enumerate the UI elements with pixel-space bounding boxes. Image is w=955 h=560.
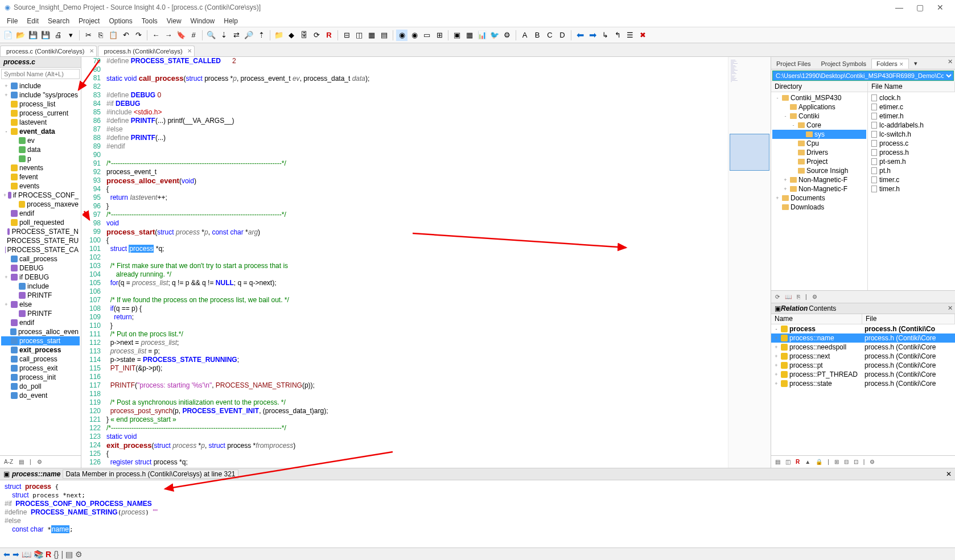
rel-view2-icon[interactable]: ◫ <box>784 458 792 466</box>
relation-item[interactable]: +process::needspollprocess.h (Contiki\Co… <box>771 343 955 352</box>
misc-icon[interactable]: ▣ <box>451 30 463 41</box>
dir-item[interactable]: +Non-Magnetic-F <box>772 175 866 184</box>
gear-icon[interactable]: ⚙ <box>810 293 819 300</box>
undo-icon[interactable]: ↶ <box>120 30 131 41</box>
dir-item[interactable]: +Non-Magnetic-F <box>772 184 866 193</box>
symbol-item[interactable]: PRINTF <box>1 309 80 318</box>
symbol-item[interactable]: call_process <box>1 355 80 364</box>
gear-icon[interactable]: ⚙ <box>35 458 44 466</box>
menu-tools[interactable]: Tools <box>137 16 162 26</box>
tab-close-icon[interactable]: ✕ <box>187 48 192 54</box>
filter-icon[interactable]: ▤ <box>17 458 26 466</box>
symbol-item[interactable]: PROCESS_STATE_N <box>1 227 80 236</box>
gear-icon[interactable]: ⚙ <box>501 30 513 41</box>
directory-tree[interactable]: -Contiki_MSP430Applications-Contiki-Core… <box>771 92 868 290</box>
symbol-item[interactable]: process_start <box>1 336 80 345</box>
dir-item[interactable]: -Core <box>772 121 866 130</box>
split-v-icon[interactable]: ◫ <box>353 30 365 41</box>
panel-4-icon[interactable]: ⊞ <box>434 30 445 41</box>
close-button[interactable]: ✕ <box>930 3 950 12</box>
nav-fwd-icon[interactable]: → <box>163 30 174 41</box>
symbol-item[interactable]: process_current <box>1 109 80 118</box>
dir-item[interactable]: -Contiki <box>772 112 866 121</box>
arrow-right-icon[interactable]: ➡ <box>587 30 598 41</box>
text-c-icon[interactable]: C <box>544 30 555 41</box>
menu-help[interactable]: Help <box>219 16 242 26</box>
save-all-icon[interactable]: 💾 <box>40 30 51 41</box>
rel-collapse-icon[interactable]: ⊟ <box>842 458 850 466</box>
goto-line-icon[interactable]: # <box>188 30 199 41</box>
symbol-tree[interactable]: +include +include "sys/procesprocess_lis… <box>0 80 81 455</box>
symbol-item[interactable]: p <box>1 154 80 163</box>
symbol-item[interactable]: do_poll <box>1 382 80 391</box>
paste-icon[interactable]: 📋 <box>108 30 119 41</box>
file-item[interactable]: timer.c <box>869 175 954 184</box>
search-next-icon[interactable]: ⇣ <box>218 30 229 41</box>
dir-item[interactable]: Applications <box>772 102 866 112</box>
symbol-item[interactable]: lastevent <box>1 118 80 127</box>
col-filename[interactable]: File Name <box>868 82 955 92</box>
menu-view[interactable]: View <box>162 16 186 26</box>
context-close-icon[interactable]: ✕ <box>946 470 952 478</box>
text-b-icon[interactable]: B <box>532 30 543 41</box>
file-item[interactable]: timer.h <box>869 184 954 193</box>
symbol-item[interactable]: process_exit <box>1 364 80 373</box>
file-item[interactable]: lc-addrlabels.h <box>869 121 954 130</box>
dir-item[interactable]: +Documents <box>772 193 866 203</box>
reference-icon[interactable]: R <box>323 30 335 41</box>
symbol-item[interactable]: PROCESS_STATE_CA <box>1 245 80 254</box>
symbol-item[interactable]: endif <box>1 318 80 327</box>
new-file-icon[interactable]: 📄 <box>2 30 14 41</box>
step-out-icon[interactable]: ↰ <box>612 30 623 41</box>
copy-icon[interactable]: ⎘ <box>95 30 106 41</box>
symbol-item[interactable]: -event_data <box>1 127 80 136</box>
symbol-search-input[interactable] <box>1 69 80 79</box>
file-item[interactable]: etimer.h <box>869 112 954 121</box>
rel-graph-icon[interactable]: ⊡ <box>852 458 860 466</box>
symbol-item[interactable]: data <box>1 145 80 154</box>
symbol-item[interactable]: +include <box>1 81 80 90</box>
file-item[interactable]: process.c <box>869 139 954 148</box>
panel-2-icon[interactable]: ◉ <box>409 30 420 41</box>
menu-edit[interactable]: Edit <box>22 16 43 26</box>
symbol-icon[interactable]: ◆ <box>286 30 297 41</box>
sync-icon[interactable]: ⟳ <box>311 30 322 41</box>
dir-item[interactable]: Drivers <box>772 148 866 157</box>
dir-item[interactable]: Cpu <box>772 139 866 148</box>
symbol-item[interactable]: endif <box>1 209 80 218</box>
relation-item[interactable]: +process::nextprocess.h (Contiki\Core <box>771 352 955 361</box>
rel-col-file[interactable]: File <box>862 314 955 324</box>
search-prev-icon[interactable]: ⇡ <box>256 30 267 41</box>
symbol-item[interactable]: PRINTF <box>1 291 80 300</box>
redo-icon[interactable]: ↷ <box>133 30 144 41</box>
search-icon[interactable]: 🔍 <box>205 30 217 41</box>
code-area[interactable]: #define PROCESS_STATE_CALLED 2 static vo… <box>104 57 728 468</box>
dir-item[interactable]: -Contiki_MSP430 <box>772 93 866 102</box>
symbol-item[interactable]: +else <box>1 300 80 309</box>
status-fwd-icon[interactable]: ➡ <box>13 550 19 559</box>
context-code[interactable]: struct process { struct process *next; #… <box>0 480 955 547</box>
dir-item[interactable]: Downloads <box>772 203 866 212</box>
minimize-button[interactable]: — <box>889 3 909 12</box>
maximize-button[interactable]: ▢ <box>909 3 930 12</box>
symbol-item[interactable]: +if DEBUG <box>1 273 80 282</box>
search-files-icon[interactable]: 🔎 <box>243 30 254 41</box>
symbol-item[interactable]: process_alloc_even <box>1 327 80 336</box>
symbol-item[interactable]: nevents <box>1 163 80 172</box>
project-tab-more[interactable]: ▾ <box>909 58 923 69</box>
folder-path-select[interactable]: C:\Users\12990\Desktop\Contiki_MSP430FR6… <box>772 71 954 81</box>
symbol-item[interactable]: events <box>1 182 80 191</box>
menu-project[interactable]: Project <box>74 16 104 26</box>
replace-icon[interactable]: ⇄ <box>230 30 242 41</box>
symbol-item[interactable]: poll_requested <box>1 218 80 227</box>
dir-item[interactable]: Project <box>772 157 866 166</box>
status-back-icon[interactable]: ⬅ <box>3 550 10 559</box>
relation-item[interactable]: +process::nameprocess.h (Contiki\Core <box>771 333 955 343</box>
file-item[interactable]: clock.h <box>869 93 954 102</box>
symbol-item[interactable]: +include "sys/proces <box>1 90 80 100</box>
doc-tab-1[interactable]: process.h (Contiki\Core\sys)✕ <box>98 46 195 56</box>
status-gear-icon[interactable]: ⚙ <box>75 550 83 559</box>
file-item[interactable]: lc-switch.h <box>869 130 954 139</box>
menu-file[interactable]: File <box>2 16 22 26</box>
rel-col-name[interactable]: Name <box>771 314 862 324</box>
